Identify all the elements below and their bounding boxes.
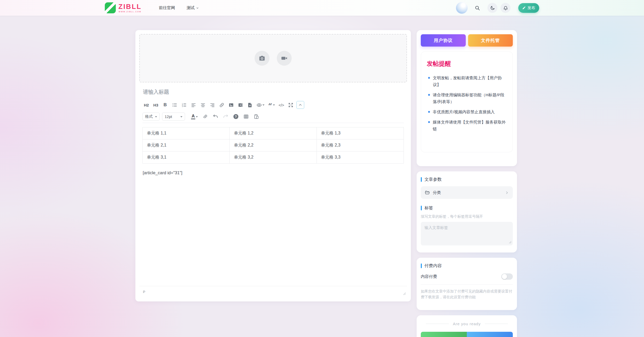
- caret-down-icon: [180, 116, 182, 119]
- posting-notice-card: 发帖提醒 文明发帖，发帖前请查阅上方【用户协议】 请合理使用编辑器标签功能（H标…: [421, 52, 513, 152]
- nav-item-official-site[interactable]: 前往官网: [159, 5, 175, 11]
- notice-item: 请合理使用编辑器标签功能（H标题/P段落/列表等）: [427, 92, 507, 105]
- tags-section-title: 标签: [424, 205, 433, 211]
- notifications-button[interactable]: [501, 3, 510, 13]
- section-accent-bar: [421, 263, 422, 268]
- video-block-icon: [238, 102, 243, 108]
- table-cell[interactable]: 单元格 1,3: [317, 127, 404, 139]
- table-cell[interactable]: 单元格 3,1: [143, 151, 230, 164]
- insert-link-button[interactable]: [218, 101, 226, 109]
- help-button[interactable]: ?: [232, 113, 240, 121]
- insert-table-button[interactable]: [242, 113, 250, 121]
- notice-list: 文明发帖，发帖前请查阅上方【用户协议】 请合理使用编辑器标签功能（H标题/P段落…: [427, 75, 507, 132]
- table-row: 单元格 3,1 单元格 3,2 单元格 3,3: [143, 151, 404, 164]
- notice-title: 发帖提醒: [427, 60, 507, 68]
- moon-icon: [490, 5, 495, 10]
- upload-image-button[interactable]: [255, 51, 269, 66]
- top-navbar: ZIBLL WWW.ZIBLL.COM 前往官网 测试: [0, 0, 644, 16]
- align-center-button[interactable]: [199, 101, 207, 109]
- notice-item: 媒体文件请使用【文件托管】服务获取外链: [427, 119, 507, 132]
- clear-format-button[interactable]: [201, 113, 209, 121]
- visibility-dropdown-button[interactable]: [255, 101, 266, 109]
- link-icon: [219, 102, 225, 108]
- save-draft-button[interactable]: [421, 332, 467, 337]
- resize-grip-icon: [403, 292, 406, 295]
- blockquote-dropdown-button[interactable]: “: [267, 101, 276, 109]
- category-selector[interactable]: 分类: [421, 186, 513, 199]
- table-cell[interactable]: 单元格 2,1: [143, 139, 230, 151]
- table-cell[interactable]: 单元格 1,2: [230, 127, 317, 139]
- numbered-list-button[interactable]: 123: [180, 101, 188, 109]
- tags-input[interactable]: [421, 222, 513, 245]
- main-nav: 前往官网 测试: [159, 5, 199, 11]
- font-size-dropdown[interactable]: 12pt: [162, 113, 185, 121]
- code-block-button[interactable]: </>: [278, 101, 285, 109]
- align-left-button[interactable]: [189, 101, 197, 109]
- table-cell[interactable]: 单元格 3,2: [230, 151, 317, 164]
- ready-text: Are you ready: [453, 322, 481, 326]
- notice-item: 文明发帖，发帖前请查阅上方【用户协议】: [427, 75, 507, 88]
- numbered-list-icon: 123: [181, 102, 187, 108]
- bullet-list-icon: [172, 102, 177, 108]
- insert-video-button[interactable]: [237, 101, 244, 109]
- cover-upload-dropzone[interactable]: [139, 34, 407, 82]
- logo-text: ZIBLL: [118, 3, 142, 10]
- insert-image-button[interactable]: [227, 101, 235, 109]
- paid-content-toggle[interactable]: [501, 273, 513, 280]
- logo-icon: [105, 2, 116, 13]
- table-cell[interactable]: 单元格 3,3: [317, 151, 404, 164]
- user-avatar[interactable]: [456, 2, 468, 14]
- search-button[interactable]: [475, 5, 480, 11]
- editor-status-bar: P: [139, 286, 407, 297]
- ready-panel: Are you ready: [417, 315, 517, 337]
- undo-button[interactable]: [211, 113, 219, 121]
- editor-content-area[interactable]: 单元格 1,1 单元格 1,2 单元格 1,3 单元格 2,1 单元格 2,2 …: [142, 123, 404, 286]
- heading2-button[interactable]: H2: [142, 101, 150, 109]
- post-params-panel: 文章参数 分类 标签 填写文章的标签，每个标签用逗号隔开: [417, 171, 517, 252]
- table-cell[interactable]: 单元格 1,1: [143, 127, 230, 139]
- content-table: 单元格 1,1 单元格 1,2 单元格 1,3 单元格 2,1 单元格 2,2 …: [142, 127, 404, 164]
- file-hosting-button[interactable]: 文件托管: [468, 34, 513, 47]
- submit-post-button[interactable]: [467, 332, 513, 337]
- element-path-label: P: [143, 290, 145, 294]
- dark-mode-button[interactable]: [487, 3, 497, 13]
- upload-file-button[interactable]: [246, 101, 254, 109]
- camera-icon: [258, 55, 266, 62]
- upload-video-button[interactable]: [277, 51, 292, 66]
- table-icon: [243, 114, 249, 119]
- publish-button[interactable]: 发布: [518, 3, 539, 13]
- table-row: 单元格 1,1 单元格 1,2 单元格 1,3: [143, 127, 404, 139]
- clipboard-icon: [254, 114, 259, 119]
- folder-icon: [425, 190, 430, 195]
- align-right-button[interactable]: [208, 101, 216, 109]
- table-cell[interactable]: 单元格 2,2: [230, 139, 317, 151]
- bullet-list-button[interactable]: [171, 101, 179, 109]
- category-label: 分类: [433, 190, 502, 195]
- table-cell[interactable]: 单元格 2,3: [317, 139, 404, 151]
- undo-icon: [213, 114, 218, 119]
- text-color-icon: A: [191, 114, 195, 119]
- caret-down-icon: [262, 104, 264, 107]
- redo-button[interactable]: [222, 113, 229, 121]
- chevron-right-icon: [505, 191, 509, 195]
- question-mark-icon: ?: [233, 114, 238, 119]
- site-logo[interactable]: ZIBLL WWW.ZIBLL.COM: [105, 2, 142, 13]
- divider: [426, 324, 449, 324]
- nav-item-test-menu[interactable]: 测试: [187, 5, 199, 11]
- fullscreen-button[interactable]: [287, 101, 295, 109]
- format-dropdown[interactable]: 格式: [142, 113, 160, 121]
- editor-toolbar-primary: H2 H3 B 123: [142, 99, 404, 110]
- caret-down-icon: [273, 104, 275, 107]
- toggle-knob: [502, 274, 507, 279]
- user-agreement-button[interactable]: 用户协议: [421, 34, 466, 47]
- textarea-resize-grip[interactable]: [509, 240, 511, 245]
- text-color-button[interactable]: A: [190, 113, 199, 121]
- shortcode-text[interactable]: [article_card id="31"]: [142, 170, 404, 175]
- heading3-button[interactable]: H3: [152, 101, 160, 109]
- paste-button[interactable]: [252, 113, 260, 121]
- bold-button[interactable]: B: [161, 101, 169, 109]
- editor-resize-grip[interactable]: [403, 291, 406, 296]
- post-title-input[interactable]: [143, 89, 403, 95]
- collapse-toolbar-button[interactable]: [296, 101, 304, 109]
- chevron-up-icon: [298, 103, 302, 107]
